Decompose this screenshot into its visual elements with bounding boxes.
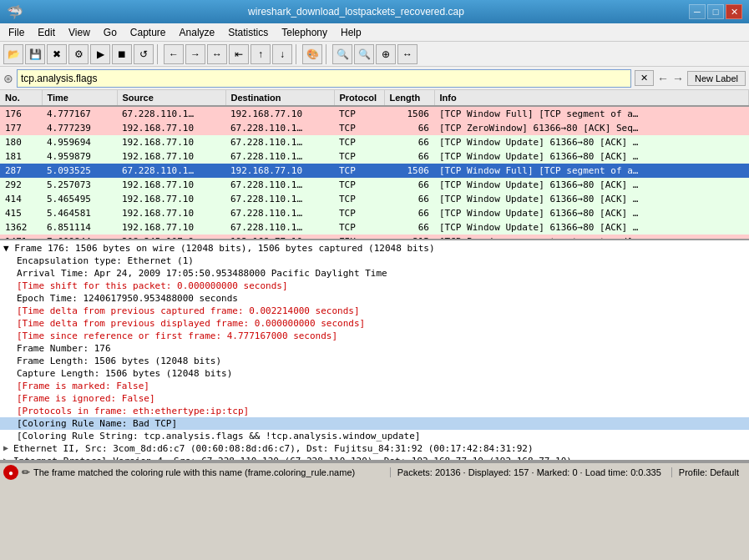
new-label-button[interactable]: New Label — [687, 71, 746, 86]
maximize-button[interactable]: □ — [707, 4, 724, 19]
detail-item[interactable]: Arrival Time: Apr 24, 2009 17:05:50.9534… — [0, 267, 749, 280]
window-title: wireshark_download_lostpackets_recovered… — [23, 6, 689, 18]
detail-section[interactable]: ▶Ethernet II, Src: 3com_8d:d6:c7 (00:60:… — [0, 442, 749, 455]
expand-arrow-icon: ▶ — [3, 456, 13, 462]
detail-item[interactable]: Frame Number: 176 — [0, 342, 749, 355]
menu-item-file[interactable]: File — [2, 25, 31, 40]
menu-item-statistics[interactable]: Statistics — [221, 25, 275, 40]
minimize-button[interactable]: ─ — [689, 4, 706, 19]
start-capture-button[interactable]: ▶ — [90, 44, 110, 64]
detail-item[interactable]: [Time delta from previous captured frame… — [0, 305, 749, 317]
resize-columns-button[interactable]: ↔ — [397, 44, 418, 64]
zoom-normal-button[interactable]: ⊕ — [376, 44, 396, 64]
edit-icon[interactable]: ✏ — [22, 467, 30, 478]
status-message: The frame matched the coloring rule with… — [33, 467, 387, 477]
filter-next-arrow[interactable]: → — [672, 72, 684, 85]
detail-section[interactable]: ▶Internet Protocol Version 4, Src: 67.22… — [0, 455, 749, 462]
col-header-length[interactable]: Length — [384, 90, 434, 106]
table-row[interactable]: 1774.777239192.168.77.1067.228.110.1…TCP… — [0, 121, 749, 135]
sep2 — [296, 44, 299, 64]
filter-clear-button[interactable]: ✕ — [635, 70, 654, 86]
filter-input[interactable] — [17, 69, 631, 88]
table-header-row: No. Time Source Destination Protocol Len… — [0, 90, 749, 106]
col-header-info[interactable]: Info — [434, 90, 749, 106]
detail-item[interactable]: [Frame is marked: False] — [0, 380, 749, 392]
close-file-button[interactable]: ✖ — [47, 44, 67, 64]
options-button[interactable]: ⚙ — [68, 44, 89, 64]
detail-item[interactable]: [Time since reference or first frame: 4.… — [0, 330, 749, 342]
zoom-in-button[interactable]: 🔍 — [332, 44, 352, 64]
detail-item[interactable]: Epoch Time: 1240617950.953488000 seconds — [0, 292, 749, 305]
open-button[interactable]: 📂 — [3, 44, 23, 64]
table-row[interactable]: 2925.257073192.168.77.1067.228.110.1…TCP… — [0, 178, 749, 192]
frame-header[interactable]: ▼ Frame 176: 1506 bytes on wire (12048 b… — [0, 242, 749, 255]
status-packets: Packets: 20136 · Displayed: 157 · Marked… — [390, 467, 668, 477]
packet-detail[interactable]: ▼ Frame 176: 1506 bytes on wire (12048 b… — [0, 240, 749, 462]
packet-table: No. Time Source Destination Protocol Len… — [0, 90, 749, 240]
menu-item-capture[interactable]: Capture — [124, 25, 173, 40]
filter-icon: ⊛ — [3, 72, 13, 85]
detail-item[interactable]: [Protocols in frame: eth:ethertype:ip:tc… — [0, 405, 749, 417]
detail-item[interactable]: Frame Length: 1506 bytes (12048 bits) — [0, 355, 749, 367]
menu-item-help[interactable]: Help — [334, 25, 368, 40]
next-button[interactable]: ↓ — [272, 44, 292, 64]
sep1 — [157, 44, 160, 64]
col-header-destination[interactable]: Destination — [225, 90, 334, 106]
table-row[interactable]: 1764.77716767.228.110.1…192.168.77.10TCP… — [0, 106, 749, 121]
coloring-button[interactable]: 🎨 — [302, 44, 322, 64]
col-header-source[interactable]: Source — [117, 90, 225, 106]
prev-button[interactable]: ↑ — [251, 44, 271, 64]
filter-prev-arrow[interactable]: ← — [657, 72, 669, 85]
status-bar: ● ✏ The frame matched the coloring rule … — [0, 462, 749, 482]
table-row[interactable]: 4155.464581192.168.77.1067.228.110.1…TCP… — [0, 206, 749, 220]
detail-item[interactable]: [Time delta from previous displayed fram… — [0, 317, 749, 330]
table-row[interactable]: 1804.959694192.168.77.1067.228.110.1…TCP… — [0, 135, 749, 149]
title-bar: 🦈 wireshark_download_lostpackets_recover… — [0, 0, 749, 23]
detail-item[interactable]: [Coloring Rule String: tcp.analysis.flag… — [0, 430, 749, 442]
packet-list[interactable]: No. Time Source Destination Protocol Len… — [0, 90, 749, 240]
first-button[interactable]: ⇤ — [229, 44, 249, 64]
col-header-time[interactable]: Time — [42, 90, 117, 106]
menu-item-view[interactable]: View — [62, 25, 97, 40]
menu-item-telephony[interactable]: Telephony — [275, 25, 334, 40]
app-icon: 🦈 — [7, 4, 23, 20]
detail-item[interactable]: Capture Length: 1506 bytes (12048 bits) — [0, 367, 749, 380]
table-row[interactable]: 14717.009844208.245.107.9192.168.77.10FI… — [0, 235, 749, 240]
table-row[interactable]: 13626.851114192.168.77.1067.228.110.1…TC… — [0, 220, 749, 235]
detail-item[interactable]: Encapsulation type: Ethernet (1) — [0, 255, 749, 267]
restart-button[interactable]: ↺ — [134, 44, 154, 64]
col-header-no[interactable]: No. — [0, 90, 42, 106]
detail-item[interactable]: [Time shift for this packet: 0.000000000… — [0, 280, 749, 292]
zoom-out-button[interactable]: 🔍 — [354, 44, 374, 64]
window-controls: ─ □ ✕ — [689, 4, 742, 19]
menu-bar: FileEditViewGoCaptureAnalyzeStatisticsTe… — [0, 23, 749, 42]
filter-bar: ⊛ ✕ ← → New Label — [0, 67, 749, 90]
detail-item[interactable]: [Coloring Rule Name: Bad TCP] — [0, 417, 749, 430]
table-row[interactable]: 4145.465495192.168.77.1067.228.110.1…TCP… — [0, 192, 749, 206]
goto-button[interactable]: ↔ — [207, 44, 227, 64]
forward-button[interactable]: → — [185, 44, 205, 64]
table-row[interactable]: 1814.959879192.168.77.1067.228.110.1…TCP… — [0, 149, 749, 164]
back-button[interactable]: ← — [164, 44, 184, 64]
save-button[interactable]: 💾 — [25, 44, 45, 64]
table-row[interactable]: 2875.09352567.228.110.1…192.168.77.10TCP… — [0, 164, 749, 178]
capture-status-icon: ● — [3, 465, 18, 480]
toolbar: 📂 💾 ✖ ⚙ ▶ ⏹ ↺ ← → ↔ ⇤ ↑ ↓ 🎨 🔍 🔍 ⊕ ↔ — [0, 42, 749, 67]
menu-item-edit[interactable]: Edit — [31, 25, 62, 40]
sep3 — [326, 44, 329, 64]
expand-arrow-icon: ▶ — [3, 443, 13, 452]
menu-item-analyze[interactable]: Analyze — [173, 25, 222, 40]
col-header-protocol[interactable]: Protocol — [334, 90, 384, 106]
close-button[interactable]: ✕ — [726, 4, 742, 19]
status-profile: Profile: Default — [671, 467, 746, 477]
detail-item[interactable]: [Frame is ignored: False] — [0, 392, 749, 405]
stop-capture-button[interactable]: ⏹ — [112, 44, 132, 64]
menu-item-go[interactable]: Go — [97, 25, 124, 40]
